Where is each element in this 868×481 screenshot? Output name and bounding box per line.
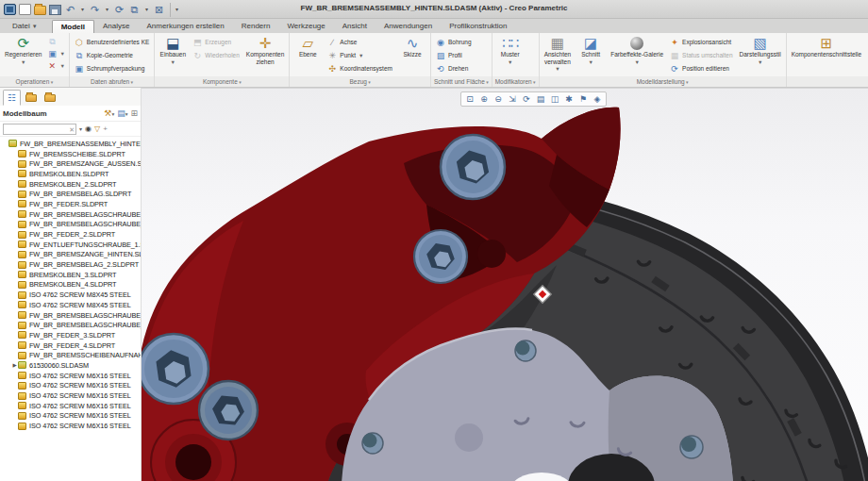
- spin-center-icon[interactable]: ◈: [591, 93, 604, 106]
- expand-arrow-icon[interactable]: ▶: [11, 362, 18, 368]
- regenerate-window-icon[interactable]: ⟳: [113, 3, 125, 17]
- schrumpfverpackung-button[interactable]: ▣Schrumpfverpackung: [72, 62, 152, 75]
- tree-item[interactable]: FW_BR_BREMSBELAG_2.SLDPRT: [2, 259, 141, 270]
- tab-ansicht[interactable]: Ansicht: [334, 20, 376, 33]
- window-switch-dropdown-icon[interactable]: ▾: [143, 3, 150, 17]
- tree-item[interactable]: ISO 4762 SCREW M6X16 STEEL: [2, 371, 141, 381]
- tree-item[interactable]: ISO 4762 SCREW M6X16 STEEL: [2, 381, 141, 391]
- tree-item[interactable]: FW_BR_BREMSBELAG.SLDPRT: [2, 189, 141, 199]
- datum-display-icon[interactable]: ✱: [562, 93, 576, 106]
- tab-model-tree[interactable]: ☷: [3, 90, 21, 106]
- tree-settings-icon[interactable]: ▤▾: [117, 108, 127, 118]
- repaint-icon[interactable]: ⟳: [520, 93, 533, 106]
- group-label-daten-abrufen[interactable]: Daten abrufen: [70, 76, 154, 88]
- tree-item[interactable]: FW_BR_FEDER.SLDPRT: [2, 199, 141, 209]
- tree-item[interactable]: FW_BR_FEDER_2.SLDPRT: [2, 229, 141, 240]
- muster-button[interactable]: ∷∷ Muster ▼: [494, 34, 526, 76]
- tree-item[interactable]: FW_BR_BREMSENASSEMBLY_HINTEN.SLDASM: [2, 139, 141, 149]
- skizze-button[interactable]: ∿ Skizze: [396, 34, 428, 76]
- tree-item[interactable]: ISO 4762 SCREW M8X45 STEEL: [2, 300, 141, 310]
- achse-button[interactable]: ∕Achse: [325, 36, 395, 48]
- explosionsansicht-button[interactable]: ✦Explosionsansicht: [667, 36, 735, 48]
- tree-item[interactable]: ISO 4762 SCREW M8X45 STEEL: [2, 290, 141, 300]
- einbauen-button[interactable]: ⬓ Einbauen ▼: [157, 34, 189, 76]
- tree-item[interactable]: ISO 4762 SCREW M6X16 STEEL: [2, 390, 141, 401]
- tree-item[interactable]: FW_BR_BREMSBELAGSCHRAUBE_2.SLDPRT: [2, 220, 141, 230]
- tree-item[interactable]: ISO 4762 SCREW M6X16 STEEL: [2, 421, 141, 431]
- socket-screw-mid[interactable]: [414, 230, 467, 283]
- saved-views-icon[interactable]: ▤: [534, 93, 547, 106]
- tree-search-input[interactable]: [4, 124, 75, 134]
- tree-item[interactable]: FW_BR_BREMSZANGE_AUSSEN.SLDPRT: [2, 158, 141, 169]
- ebene-button[interactable]: ▱ Ebene: [292, 34, 324, 76]
- annotation-display-icon[interactable]: ⚑: [576, 93, 590, 106]
- undo-dropdown-icon[interactable]: ▾: [79, 3, 86, 17]
- clear-search-icon[interactable]: ✕: [69, 124, 75, 135]
- redo-icon[interactable]: ↷: [89, 3, 101, 17]
- profil-button[interactable]: ▨Profil: [433, 49, 475, 61]
- regenerieren-button[interactable]: ⟳ Regenerieren ▼: [2, 34, 44, 76]
- koordinatensystem-button[interactable]: ✣Koordinatensystem: [325, 62, 395, 75]
- delete-button[interactable]: ✕▼: [45, 60, 66, 72]
- darstellungsstil-button[interactable]: ▧ Darstellungsstil ▼: [737, 34, 784, 76]
- group-label-modellabsicht[interactable]: Modellabsicht: [787, 76, 868, 88]
- tab-anwendungen[interactable]: Anwendungen: [376, 20, 441, 33]
- bohrung-button[interactable]: ◉Bohrung: [433, 36, 475, 48]
- tree-item[interactable]: FW_ENTLUEFTUNGSCHRAUBE_1.SLDPRT: [2, 240, 141, 250]
- group-label-operationen[interactable]: Operationen: [0, 76, 69, 88]
- tab-werkzeuge[interactable]: Werkzeuge: [278, 20, 333, 33]
- tab-analyse[interactable]: Analyse: [94, 20, 138, 33]
- tree-tools-icon[interactable]: ⚒▾: [104, 108, 114, 118]
- komponenten-ziehen-button[interactable]: ✛ Komponenten ziehen: [243, 34, 287, 76]
- kopie-geometrie-button[interactable]: ⧉Kopie-Geometrie: [72, 49, 152, 61]
- komponentenschnittstelle-button[interactable]: ⊞ Komponentenschnittstelle: [789, 34, 864, 76]
- wheel-stud-left[interactable]: [362, 433, 383, 454]
- save-icon[interactable]: [49, 5, 61, 15]
- display-style-icon[interactable]: ◫: [548, 93, 561, 106]
- socket-screw-left[interactable]: [142, 334, 209, 404]
- benutzerdefiniertes-ke-button[interactable]: ⬡Benutzerdefiniertes KE: [72, 36, 152, 48]
- zoom-out-icon[interactable]: ⊖: [492, 93, 505, 106]
- group-label-schnitt-und-flaeche[interactable]: Schnitt und Fläche: [431, 76, 492, 88]
- tree-item[interactable]: FW_BR_BREMSZANGE_HINTEN.SLDPRT: [2, 250, 141, 260]
- paste-button[interactable]: ▣▼: [45, 48, 66, 59]
- drehen-button[interactable]: ⟲Drehen: [433, 62, 475, 75]
- tree-item[interactable]: FW_BREMSSCHEIBE.SLDPRT: [2, 149, 141, 159]
- group-label-bezug[interactable]: Bezug: [290, 76, 430, 88]
- tree-item[interactable]: BREMSKOLBEN_3.SLDPRT: [2, 270, 141, 280]
- open-file-icon[interactable]: [34, 6, 46, 15]
- tab-rendern[interactable]: Rendern: [233, 20, 279, 33]
- undo-icon[interactable]: ↶: [64, 3, 76, 17]
- graphics-area[interactable]: ⊡⊕⊖⇲⟳▤◫✱⚑◈: [142, 88, 868, 481]
- tree-item[interactable]: FW_BR_FEDER_3.SLDPRT: [2, 330, 141, 340]
- tree-item[interactable]: FW_BR_BREMSBELAGSCHRAUBE_4.SLDPRT: [2, 320, 141, 330]
- socket-screw-top[interactable]: [441, 135, 505, 199]
- tab-favorites[interactable]: [41, 90, 58, 106]
- tree-item[interactable]: FW_BR_BREMSBELAGSCHRAUBE.SLDPRT: [2, 209, 141, 220]
- tree-item[interactable]: BREMSKOLBEN_4.SLDPRT: [2, 280, 141, 290]
- add-filter-icon[interactable]: +: [103, 124, 108, 135]
- ansichten-verwalten-button[interactable]: ▦ Ansichten verwalten ▼: [542, 34, 575, 76]
- tab-folder-browser[interactable]: [22, 90, 40, 106]
- qat-customize-icon[interactable]: ▾: [170, 3, 178, 17]
- filter-icon[interactable]: ▽: [94, 124, 100, 135]
- group-label-modifikatoren[interactable]: Modifikatoren: [492, 76, 539, 88]
- tree-item[interactable]: FW_BR_BREMSBELAGSCHRAUBE_3.SLDPRT: [2, 310, 141, 321]
- socket-screw-lower[interactable]: [199, 381, 258, 440]
- find-icon[interactable]: ◉: [85, 124, 92, 135]
- group-label-komponente[interactable]: Komponente: [155, 76, 289, 88]
- 3d-model-scene[interactable]: [142, 89, 868, 481]
- position-editieren-button[interactable]: ⟳Position editieren: [667, 62, 735, 75]
- tree-item[interactable]: FW_BR_FEDER_4.SLDPRT: [2, 340, 141, 351]
- zoom-in-icon[interactable]: ⊕: [477, 93, 491, 106]
- wheel-stud-right[interactable]: [680, 436, 703, 458]
- tab-modell[interactable]: Modell: [52, 20, 94, 33]
- schnitt-button[interactable]: ◪ Schnitt ▼: [575, 34, 607, 76]
- wheel-stud-top[interactable]: [515, 340, 536, 361]
- tree-item[interactable]: ISO 4762 SCREW M6X16 STEEL: [2, 401, 141, 411]
- tab-anmerkungen-erstellen[interactable]: Anmerkungen erstellen: [138, 20, 232, 33]
- tree-item[interactable]: BREMSKOLBEN_2.SLDPRT: [2, 179, 141, 190]
- tree-item[interactable]: ▶ 61530060.SLDASM: [2, 360, 141, 371]
- app-icon[interactable]: [4, 4, 16, 15]
- zoom-region-icon[interactable]: ⊡: [463, 93, 476, 106]
